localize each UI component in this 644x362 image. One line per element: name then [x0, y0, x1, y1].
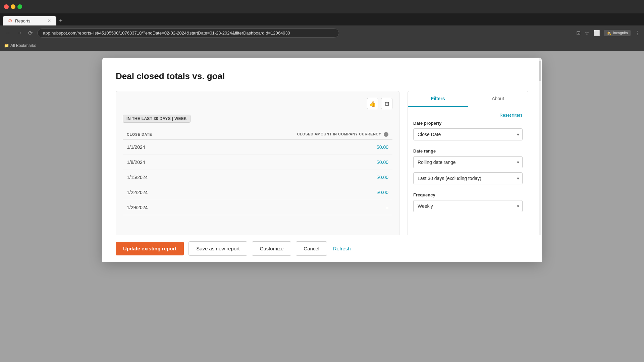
date-range-select-wrapper: Rolling date range [413, 156, 523, 168]
table-row: 1/29/2024 – [123, 200, 392, 215]
date-range-badge: IN THE LAST 30 DAYS | WEEK [123, 115, 191, 123]
refresh-btn-action[interactable]: Refresh [333, 246, 351, 251]
incognito-badge: 🕵 Incognito [604, 30, 631, 36]
table-header-row: CLOSE DATE CLOSED AMOUNT IN COMPANY CURR… [123, 129, 392, 140]
tab-bar: ⚙ Reports ✕ + [0, 13, 644, 25]
address-bar: ← → ⟳ ⊡ ☆ ⬜ 🕵 Incognito ⋮ [0, 25, 644, 40]
filters-panel: Filters About Reset filters Date propert… [408, 91, 528, 252]
col-amount-header: CLOSED AMOUNT IN COMPANY CURRENCY i [190, 129, 392, 140]
frequency-select-wrapper: Weekly [413, 200, 523, 212]
cell-amount: $0.00 [190, 185, 392, 200]
table-row: 1/1/2024 $0.00 [123, 140, 392, 155]
bookmarks-folder-icon: 📁 [4, 43, 9, 48]
profile-icon: ⬜ [593, 30, 600, 36]
bookmark-icon: ☆ [585, 30, 589, 36]
incognito-icon: 🕵 [607, 31, 611, 35]
modal-body: 👍 ⊞ IN THE LAST 30 DAYS | WEEK CLOSE DAT… [116, 91, 528, 252]
cell-date: 1/15/2024 [123, 170, 190, 185]
report-header-row: 👍 ⊞ [123, 98, 392, 109]
hubspot-icon: ⚙ [8, 18, 12, 23]
cancel-btn[interactable]: Cancel [296, 241, 327, 256]
menu-icon: ⋮ [635, 30, 640, 36]
active-tab[interactable]: ⚙ Reports ✕ [3, 16, 56, 25]
tab-title: Reports [15, 18, 31, 23]
tab-close-btn[interactable]: ✕ [48, 18, 51, 23]
browser-chrome [0, 0, 644, 13]
cell-date: 1/22/2024 [123, 185, 190, 200]
report-modal: Deal closed totals vs. goal 👍 ⊞ IN THE L… [102, 58, 542, 262]
table-row: 1/8/2024 $0.00 [123, 155, 392, 170]
table-row: 1/15/2024 $0.00 [123, 170, 392, 185]
date-range-sub-section: Last 30 days (excluding today) [413, 172, 523, 184]
maximize-window-btn[interactable] [17, 4, 22, 9]
update-existing-report-btn[interactable]: Update existing report [116, 242, 184, 255]
save-as-new-report-btn[interactable]: Save as new report [189, 241, 247, 256]
date-range-select[interactable]: Rolling date range [413, 156, 523, 168]
action-bar: Update existing report Save as new repor… [102, 235, 542, 262]
all-bookmarks[interactable]: 📁 All Bookmarks [4, 43, 36, 48]
table-row: 1/22/2024 $0.00 [123, 185, 392, 200]
report-panel: 👍 ⊞ IN THE LAST 30 DAYS | WEEK CLOSE DAT… [116, 91, 399, 252]
info-icon[interactable]: i [384, 132, 388, 137]
minimize-window-btn[interactable] [11, 4, 15, 9]
cell-amount: $0.00 [190, 140, 392, 155]
url-input[interactable] [37, 28, 339, 38]
cell-date: 1/1/2024 [123, 140, 190, 155]
forward-btn[interactable]: → [15, 28, 23, 37]
cell-amount: – [190, 200, 392, 215]
modal-overlay: Deal closed totals vs. goal 👍 ⊞ IN THE L… [0, 51, 644, 362]
back-btn[interactable]: ← [4, 28, 12, 37]
col-close-date-header: CLOSE DATE [123, 129, 190, 140]
filters-tabs: Filters About [408, 91, 528, 107]
date-range-section: Date range Rolling date range [413, 148, 523, 168]
refresh-btn[interactable]: ⟳ [27, 28, 34, 38]
cell-amount: $0.00 [190, 170, 392, 185]
cast-icon: ⊡ [576, 30, 581, 36]
tab-filters[interactable]: Filters [408, 91, 468, 107]
frequency-label: Frequency [413, 192, 523, 197]
reset-filters-link[interactable]: Reset filters [499, 113, 523, 118]
new-tab-btn[interactable]: + [56, 16, 65, 25]
main-wrapper: Deal closed totals vs. goal 👍 ⊞ IN THE L… [0, 51, 644, 362]
thumbs-up-btn[interactable]: 👍 [367, 98, 378, 109]
date-property-select-wrapper: Close Date [413, 128, 523, 140]
bookmarks-bar: 📁 All Bookmarks [0, 40, 644, 51]
frequency-section: Frequency Weekly [413, 192, 523, 212]
window-controls [4, 4, 22, 9]
date-range-sub-select-wrapper: Last 30 days (excluding today) [413, 172, 523, 184]
date-range-sub-select[interactable]: Last 30 days (excluding today) [413, 172, 523, 184]
filters-body: Reset filters Date property Close Date D… [408, 107, 528, 218]
date-property-label: Date property [413, 121, 523, 126]
cell-date: 1/29/2024 [123, 200, 190, 215]
tab-about[interactable]: About [468, 91, 528, 107]
frequency-select[interactable]: Weekly [413, 200, 523, 212]
customize-btn[interactable]: Customize [252, 241, 291, 256]
cell-amount: $0.00 [190, 155, 392, 170]
address-icons: ⊡ ☆ ⬜ 🕵 Incognito ⋮ [576, 30, 640, 36]
close-window-btn[interactable] [4, 4, 9, 9]
cell-date: 1/8/2024 [123, 155, 190, 170]
date-range-label: Date range [413, 148, 523, 154]
date-property-select[interactable]: Close Date [413, 128, 523, 140]
report-table: CLOSE DATE CLOSED AMOUNT IN COMPANY CURR… [123, 129, 392, 215]
modal-title: Deal closed totals vs. goal [116, 71, 528, 81]
table-view-btn[interactable]: ⊞ [381, 98, 392, 109]
date-property-section: Date property Close Date [413, 121, 523, 140]
